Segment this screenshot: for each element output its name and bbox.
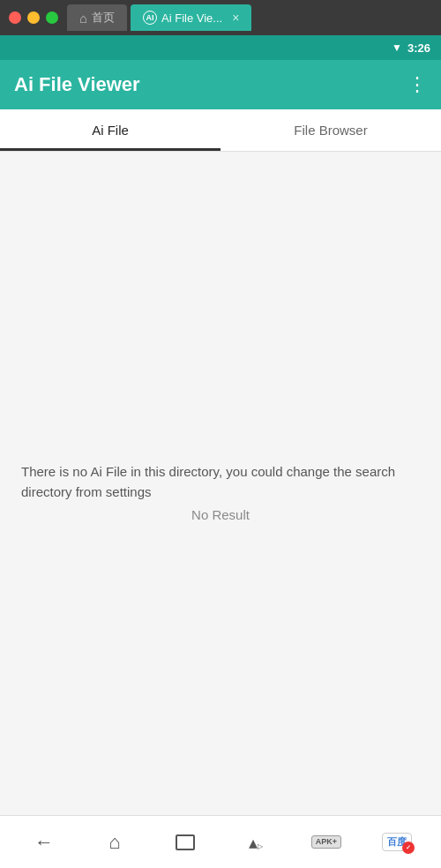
apk-button[interactable]: APK+ bbox=[307, 823, 346, 862]
status-time: 3:26 bbox=[407, 41, 430, 55]
app-tab[interactable]: AI Ai File Vie... × bbox=[131, 4, 251, 31]
home-tab[interactable]: ⌂ 首页 bbox=[67, 4, 127, 31]
empty-message: There is no Ai File in this directory, y… bbox=[18, 462, 423, 502]
apk-icon: APK+ bbox=[311, 835, 341, 849]
home-nav-button[interactable]: ⌂ bbox=[95, 823, 134, 862]
back-button[interactable]: ← bbox=[25, 823, 64, 862]
content-area: There is no Ai File in this directory, y… bbox=[0, 152, 441, 815]
baidu-icon: 百度 ✓ bbox=[382, 833, 412, 851]
baidu-button[interactable]: 百度 ✓ bbox=[377, 823, 416, 862]
wifi-icon: ▼ bbox=[392, 41, 402, 54]
app-header: Ai File Viewer ⋮ bbox=[0, 60, 441, 109]
baidu-shield-icon: ✓ bbox=[402, 842, 415, 854]
status-icons: ▼ 3:26 bbox=[392, 41, 430, 55]
title-bar: ⌂ 首页 AI Ai File Vie... × bbox=[0, 0, 441, 35]
home-icon: ⌂ bbox=[79, 11, 87, 26]
more-menu-icon[interactable]: ⋮ bbox=[407, 73, 427, 96]
recents-icon bbox=[176, 834, 195, 850]
back-icon: ← bbox=[34, 831, 54, 854]
home-tab-label: 首页 bbox=[92, 10, 115, 26]
bottom-navigation: ← ⌂ ▴▷ APK+ 百度 ✓ bbox=[0, 815, 441, 868]
browser-tab-bar: ⌂ 首页 AI Ai File Vie... × bbox=[67, 0, 432, 35]
app-title: Ai File Viewer bbox=[14, 73, 140, 96]
app-tab-close[interactable]: × bbox=[232, 11, 239, 25]
volume-icon: ▴▷ bbox=[249, 832, 263, 853]
close-button[interactable] bbox=[9, 11, 21, 24]
maximize-button[interactable] bbox=[46, 11, 58, 24]
traffic-lights bbox=[9, 11, 58, 24]
app-tab-label: Ai File Vie... bbox=[161, 11, 222, 25]
phone-frame: ▼ 3:26 Ai File Viewer ⋮ Ai File File Bro… bbox=[0, 35, 441, 868]
no-result-label: No Result bbox=[18, 507, 423, 522]
minimize-button[interactable] bbox=[27, 11, 40, 24]
recents-button[interactable] bbox=[166, 823, 205, 862]
tab-navigation: Ai File File Browser bbox=[0, 109, 441, 152]
volume-button[interactable]: ▴▷ bbox=[236, 823, 275, 862]
app-tab-icon: AI bbox=[143, 11, 157, 25]
status-bar: ▼ 3:26 bbox=[0, 35, 441, 60]
home-nav-icon: ⌂ bbox=[108, 831, 120, 854]
tab-file-browser[interactable]: File Browser bbox=[220, 109, 441, 151]
tab-ai-file[interactable]: Ai File bbox=[0, 109, 220, 151]
